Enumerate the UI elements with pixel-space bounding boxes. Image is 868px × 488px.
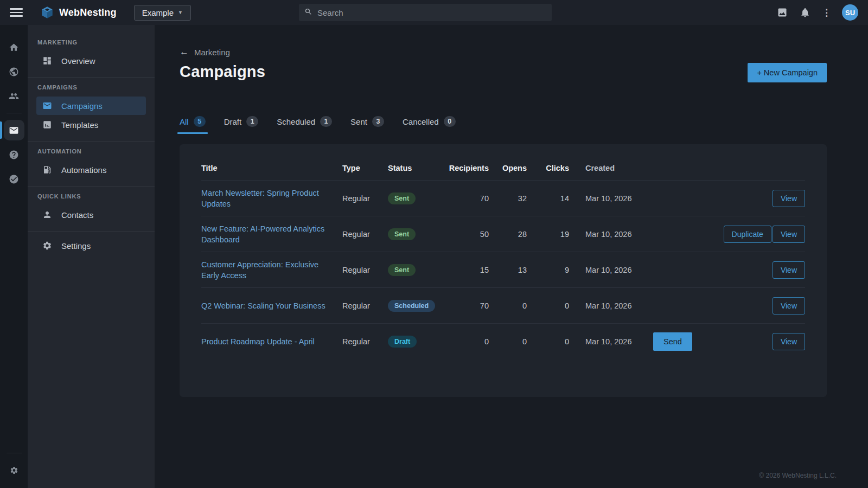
column-header-title: Title	[201, 164, 342, 172]
clicks-count: 19	[529, 230, 571, 239]
sidebar-section-header: AUTOMATION	[36, 146, 146, 160]
status-badge: Draft	[388, 336, 417, 348]
logo-cube-icon	[40, 5, 54, 20]
search-icon	[304, 8, 312, 17]
campaign-title-link[interactable]: Q2 Webinar: Scaling Your Business	[201, 300, 326, 311]
campaign-title-link[interactable]: Customer Appreciation: Exclusive Early A…	[201, 259, 327, 281]
recipients-count: 70	[448, 301, 491, 310]
row-actions: View	[653, 297, 805, 314]
sidebar-item-contacts[interactable]: Contacts	[36, 206, 146, 224]
rail-globe-icon[interactable]	[4, 61, 24, 82]
tab-cancelled[interactable]: Cancelled0	[403, 116, 456, 134]
created-date: Mar 10, 2026	[571, 301, 653, 310]
person-icon	[42, 209, 53, 220]
rail-mail-icon[interactable]	[4, 120, 24, 140]
table-header-row: TitleTypeStatusRecipientsOpensClicksCrea…	[201, 151, 805, 180]
page-title: Campaigns	[180, 63, 265, 81]
sidebar-section: MARKETING Overview	[28, 33, 155, 77]
recipients-count: 0	[448, 337, 491, 346]
icon-rail	[0, 25, 28, 488]
campaign-type: Regular	[342, 194, 388, 203]
sidebar-section-items: Settings	[36, 236, 146, 255]
automations-icon	[42, 164, 53, 175]
search-bar[interactable]	[299, 4, 552, 21]
status-tabs: All5Draft1Scheduled1Sent3Cancelled0	[180, 116, 827, 134]
topbar: WebNesting Example ▼ ⋮ SU	[0, 0, 868, 25]
sidebar-section: AUTOMATION Automations	[28, 141, 155, 186]
tab-label: Scheduled	[277, 117, 315, 126]
tab-all[interactable]: All5	[180, 116, 206, 134]
campaign-title-link[interactable]: Product Roadmap Update - April	[201, 336, 315, 347]
sidebar-nav: MARKETING Overview CAMPAIGNS CampaignsTe…	[28, 25, 155, 488]
view-button[interactable]: View	[773, 226, 805, 243]
campaign-type: Regular	[342, 230, 388, 239]
sidebar-item-label: Settings	[61, 241, 91, 251]
column-header-recipients: Recipients	[448, 164, 491, 172]
tab-label: Cancelled	[403, 117, 439, 126]
opens-count: 28	[491, 230, 529, 239]
sidebar-item-templates[interactable]: Templates	[36, 115, 146, 134]
media-library-icon[interactable]	[776, 7, 788, 18]
clicks-count: 0	[529, 301, 571, 310]
notifications-bell-icon[interactable]	[799, 7, 811, 18]
campaign-type: Regular	[342, 337, 388, 346]
sidebar-item-campaigns[interactable]: Campaigns	[36, 97, 146, 115]
tab-count-badge: 1	[320, 116, 332, 127]
table-body: March Newsletter: Spring Product Updates…	[201, 180, 805, 359]
campaign-title-link[interactable]: March Newsletter: Spring Product Updates	[201, 188, 327, 209]
sidebar-item-overview[interactable]: Overview	[36, 52, 146, 70]
rail-check-circle-icon[interactable]	[4, 169, 24, 189]
sidebar-item-label: Automations	[61, 165, 106, 175]
opens-count: 0	[491, 301, 529, 310]
active-accent-bar	[0, 121, 2, 139]
tab-scheduled[interactable]: Scheduled1	[277, 116, 332, 134]
send-button[interactable]: Send	[653, 332, 692, 351]
sidebar-section: QUICK LINKS Contacts	[28, 186, 155, 231]
view-button[interactable]: View	[773, 190, 805, 207]
opens-count: 0	[491, 337, 529, 346]
recipients-count: 15	[448, 266, 491, 274]
breadcrumb[interactable]: ← Marketing	[180, 47, 230, 57]
campaigns-table-card: TitleTypeStatusRecipientsOpensClicksCrea…	[180, 144, 827, 397]
new-campaign-button[interactable]: + New Campaign	[748, 63, 827, 82]
more-options-icon[interactable]: ⋮	[822, 8, 831, 17]
tab-count-badge: 1	[246, 116, 258, 127]
view-button[interactable]: View	[773, 333, 805, 350]
column-header-status: Status	[388, 164, 448, 172]
sidebar-section: CAMPAIGNS CampaignsTemplates	[28, 77, 155, 141]
rail-group-icon[interactable]	[4, 86, 24, 106]
brand[interactable]: WebNesting	[40, 5, 117, 20]
created-date: Mar 10, 2026	[571, 230, 653, 239]
sidebar-item-settings[interactable]: Settings	[36, 236, 146, 255]
sidebar-item-label: Templates	[61, 120, 98, 130]
search-input[interactable]	[317, 8, 546, 17]
avatar[interactable]: SU	[842, 4, 858, 21]
view-button[interactable]: View	[773, 297, 805, 314]
sidebar-item-automations[interactable]: Automations	[36, 160, 146, 179]
status-badge: Sent	[388, 192, 416, 204]
dashboard-icon	[42, 55, 53, 66]
table-row: Product Roadmap Update - AprilRegularDra…	[201, 323, 805, 359]
duplicate-button[interactable]: Duplicate	[724, 226, 771, 243]
campaign-type: Regular	[342, 266, 388, 274]
copyright-text: © 2026 WebNesting L.L.C.	[759, 472, 837, 479]
created-date: Mar 10, 2026	[571, 194, 653, 203]
rail-help-icon[interactable]	[4, 144, 24, 165]
tab-draft[interactable]: Draft1	[224, 116, 259, 134]
created-date: Mar 10, 2026	[571, 337, 653, 346]
table-row: March Newsletter: Spring Product Updates…	[201, 180, 805, 216]
menu-icon[interactable]	[10, 6, 23, 19]
view-button[interactable]: View	[773, 261, 805, 279]
sidebar-section-header: QUICK LINKS	[36, 191, 146, 205]
campaign-title-link[interactable]: New Feature: AI-Powered Analytics Dashbo…	[201, 223, 327, 245]
rail-gear-icon[interactable]	[4, 460, 24, 480]
sidebar-item-label: Overview	[61, 56, 95, 66]
opens-count: 32	[491, 194, 529, 203]
workspace-selector[interactable]: Example ▼	[134, 5, 191, 21]
rail-home-icon[interactable]	[4, 37, 24, 57]
status-badge: Sent	[388, 264, 416, 276]
tab-sent[interactable]: Sent3	[350, 116, 384, 134]
column-header-type: Type	[342, 164, 388, 172]
sidebar-section-items: Overview	[36, 52, 146, 70]
column-header-clicks: Clicks	[529, 164, 571, 172]
